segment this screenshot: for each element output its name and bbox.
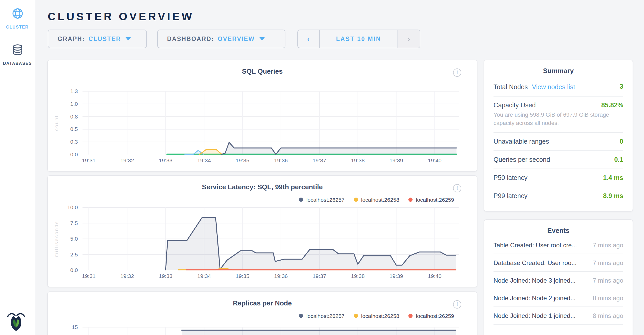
svg-text:19:40: 19:40 (428, 157, 442, 163)
event-text: Node Joined: Node 3 joined... (494, 277, 576, 284)
svg-text:0.0: 0.0 (70, 267, 78, 273)
svg-text:19:33: 19:33 (159, 157, 173, 163)
chart-card-service-latency: Service Latency: SQL, 99th percentile ! … (47, 175, 477, 287)
event-time: 7 mins ago (593, 241, 623, 249)
svg-text:0.0: 0.0 (70, 151, 78, 157)
event-time: 7 mins ago (593, 277, 623, 284)
svg-text:19:32: 19:32 (120, 273, 134, 279)
summary-row-unavailable-ranges: Unavailable ranges 0 (494, 133, 623, 151)
summary-row-capacity: Capacity Used 85.82% You are using 598.9… (494, 97, 623, 133)
svg-text:19:36: 19:36 (274, 157, 288, 163)
svg-text:19:35: 19:35 (236, 273, 249, 279)
sidebar-item-databases[interactable]: DATABASES (0, 44, 35, 66)
time-prev-button[interactable]: ‹ (298, 30, 320, 48)
svg-text:19:34: 19:34 (197, 273, 211, 279)
chevron-down-icon (259, 37, 265, 40)
event-row[interactable]: Node Joined: Node 1 joined... 8 mins ago (494, 307, 623, 325)
svg-text:1.3: 1.3 (70, 88, 78, 94)
svg-text:19:31: 19:31 (82, 273, 96, 279)
summary-panel: Summary Total NodesView nodes list 3 Cap… (484, 60, 633, 212)
event-row[interactable]: Table Created: User root cre... 7 mins a… (494, 236, 623, 254)
unavailable-ranges-label: Unavailable ranges (494, 138, 549, 145)
app-window: CLUSTER DATABASES (0, 0, 644, 335)
svg-text:19:33: 19:33 (159, 273, 173, 279)
svg-text:5.0: 5.0 (70, 236, 78, 242)
replicas-per-node-chart[interactable]: 101519:3119:3219:3319:3419:3519:3619:371… (48, 292, 478, 335)
svg-text:count: count (54, 115, 59, 131)
total-nodes-value: 3 (620, 83, 623, 90)
svg-text:0.3: 0.3 (70, 139, 78, 145)
event-time: 8 mins ago (593, 312, 623, 319)
event-row[interactable]: Node Joined: Node 3 joined... 7 mins ago (494, 272, 623, 289)
sidebar: CLUSTER DATABASES (0, 0, 35, 335)
sidebar-item-label: DATABASES (0, 61, 35, 66)
chart-card-replicas-per-node: Replicas per Node ! localhost:26257local… (47, 291, 477, 335)
svg-text:10.0: 10.0 (67, 204, 78, 210)
p99-latency-label: P99 latency (494, 192, 527, 200)
summary-row-total-nodes: Total NodesView nodes list 3 (494, 77, 623, 97)
summary-title: Summary (484, 60, 633, 75)
svg-text:19:32: 19:32 (120, 157, 134, 163)
graph-dropdown-value: CLUSTER (88, 36, 121, 42)
svg-text:15: 15 (72, 324, 78, 330)
svg-text:19:31: 19:31 (82, 157, 96, 163)
svg-text:19:34: 19:34 (197, 157, 211, 163)
event-time: 8 mins ago (593, 294, 623, 302)
svg-text:19:37: 19:37 (313, 273, 326, 279)
dashboard-dropdown-label: DASHBOARD: (167, 36, 214, 42)
svg-text:19:39: 19:39 (389, 273, 403, 279)
dashboard-dropdown-value: OVERVIEW (218, 36, 255, 42)
p50-latency-value: 1.4 ms (603, 174, 623, 182)
svg-text:1.0: 1.0 (70, 101, 78, 107)
chevron-down-icon (126, 37, 131, 40)
svg-text:19:36: 19:36 (274, 273, 288, 279)
databases-icon (11, 49, 24, 58)
qps-label: Queries per second (494, 156, 550, 163)
svg-text:0.8: 0.8 (70, 114, 78, 120)
graph-dropdown-label: GRAPH: (58, 36, 85, 42)
event-text: Node Joined: Node 1 joined... (494, 312, 576, 319)
event-time: 7 mins ago (593, 259, 623, 266)
unavailable-ranges-value: 0 (620, 138, 623, 145)
p50-latency-label: P50 latency (494, 174, 527, 182)
events-title: Events (484, 220, 633, 234)
svg-text:7.5: 7.5 (70, 220, 78, 226)
p99-latency-value: 8.9 ms (603, 192, 623, 200)
service-latency-chart[interactable]: 0.02.55.07.510.019:3119:3219:3319:3419:3… (48, 176, 478, 288)
sql-queries-chart[interactable]: 0.00.30.50.81.01.319:3119:3219:3319:3419… (48, 60, 478, 172)
svg-text:19:37: 19:37 (313, 157, 326, 163)
capacity-used-label: Capacity Used (494, 102, 536, 109)
dashboard-dropdown[interactable]: DASHBOARD: OVERVIEW (157, 30, 285, 48)
svg-text:19:38: 19:38 (351, 273, 365, 279)
event-row[interactable]: Database Created: User roo... 7 mins ago (494, 254, 623, 272)
qps-value: 0.1 (614, 156, 623, 163)
summary-row-p99: P99 latency 8.9 ms (494, 187, 623, 205)
chart-card-sql-queries: SQL Queries ! 0.00.30.50.81.01.319:3119:… (47, 60, 477, 172)
total-nodes-label: Total Nodes (494, 83, 528, 91)
capacity-used-description: You are using 598.9 GiB of 697.9 GiB sto… (494, 111, 623, 128)
summary-row-p50: P50 latency 1.4 ms (494, 169, 623, 187)
graph-dropdown[interactable]: GRAPH: CLUSTER (48, 30, 147, 48)
sidebar-item-label: CLUSTER (0, 25, 35, 30)
svg-text:19:35: 19:35 (236, 157, 249, 163)
capacity-used-value: 85.82% (601, 102, 623, 109)
page-title: CLUSTER OVERVIEW (48, 10, 194, 23)
svg-text:2.5: 2.5 (70, 252, 78, 257)
event-text: Database Created: User roo... (494, 259, 577, 266)
svg-text:19:40: 19:40 (428, 273, 442, 279)
sidebar-item-cluster[interactable]: CLUSTER (0, 7, 35, 30)
svg-text:milliseconds: milliseconds (54, 221, 59, 257)
svg-text:0.5: 0.5 (70, 126, 78, 132)
event-text: Node Joined: Node 2 joined... (494, 294, 576, 302)
summary-row-qps: Queries per second 0.1 (494, 151, 623, 169)
event-row[interactable]: Node Joined: Node 2 joined... 8 mins ago (494, 289, 623, 307)
view-nodes-list-link[interactable]: View nodes list (532, 83, 575, 91)
time-range-label[interactable]: LAST 10 MIN (320, 30, 398, 48)
time-range-selector: ‹ LAST 10 MIN › (297, 30, 420, 48)
svg-text:19:38: 19:38 (351, 157, 365, 163)
cockroachdb-logo (7, 310, 25, 331)
svg-text:19:39: 19:39 (389, 157, 403, 163)
globe-icon (11, 12, 24, 21)
events-panel: Events Table Created: User root cre... 7… (484, 219, 633, 335)
time-next-button[interactable]: › (398, 30, 420, 48)
